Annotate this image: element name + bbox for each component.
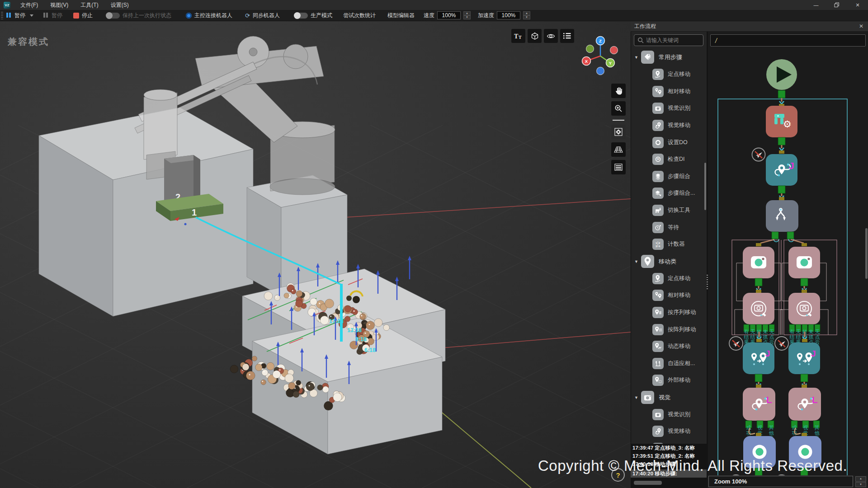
- stop-icon: [73, 13, 79, 19]
- step-item[interactable]: DI 检查DI: [631, 151, 707, 168]
- flow-node-relative-move-right[interactable]: [788, 343, 820, 374]
- chevron-down-icon[interactable]: ▼: [634, 259, 639, 264]
- master-connect-button[interactable]: 主控连接机器人: [186, 12, 232, 19]
- pause-button[interactable]: 暂停: [6, 11, 33, 19]
- log-entry[interactable]: 17:40:18 移动步骤: [631, 460, 707, 468]
- restore-button[interactable]: [826, 0, 847, 10]
- scene-3d[interactable]: 2 1 17:1: [0, 21, 631, 488]
- layers-arrow-icon: [652, 188, 664, 199]
- step-item[interactable]: 步骤组合: [631, 168, 707, 185]
- svg-text:T: T: [514, 33, 519, 40]
- step-item[interactable]: 等待: [631, 219, 707, 236]
- chevron-down-icon[interactable]: ▼: [634, 55, 639, 60]
- step-item[interactable]: 设置DO: [631, 134, 707, 151]
- text-display-button[interactable]: TT: [511, 29, 525, 43]
- fit-view-button[interactable]: [611, 125, 626, 139]
- step-item[interactable]: 相对移动: [631, 83, 707, 100]
- zoom-stepper[interactable]: ▲▼: [855, 476, 866, 487]
- eye-visibility-button[interactable]: [544, 29, 558, 43]
- perspective-grid-button[interactable]: [611, 142, 626, 157]
- cube-view-button[interactable]: [528, 29, 542, 43]
- close-button[interactable]: ✕: [847, 0, 868, 10]
- toolbar-grip[interactable]: [1, 12, 3, 19]
- speed-stepper[interactable]: ▲▼: [463, 11, 471, 19]
- orientation-gizmo[interactable]: Z X Y: [574, 35, 628, 80]
- sync-robot-button[interactable]: ⟳ 同步机器人: [245, 12, 280, 19]
- list-display-button[interactable]: [560, 29, 574, 43]
- step-item[interactable]: 按序列移动: [631, 304, 707, 321]
- menu-item-1[interactable]: 视图(V): [50, 1, 68, 9]
- toggle-off-icon[interactable]: [106, 13, 120, 19]
- flow-node-check-vision-right[interactable]: [788, 293, 820, 324]
- flowchart-panel[interactable]: ⚙ J 有结果无结果超时未抓点无点云 J L成功视觉失败其他失败: [708, 32, 868, 488]
- step-group-2[interactable]: ▼ 视觉: [631, 389, 707, 406]
- accel-input[interactable]: [497, 11, 520, 19]
- no-send-icon[interactable]: [729, 337, 743, 350]
- pan-hand-button[interactable]: [611, 84, 626, 98]
- no-send-icon[interactable]: [775, 337, 788, 350]
- steps-tree: ▼ 常用步骤 定点移动 相对移动 视觉识别 视觉移动 设置DO DI 检查DI …: [631, 49, 707, 444]
- steps-scrollbar[interactable]: [704, 163, 706, 210]
- step-item[interactable]: 视觉识别: [631, 100, 707, 117]
- help-button[interactable]: ?: [611, 468, 625, 482]
- step-group-1[interactable]: ▼ 移动类: [631, 253, 707, 270]
- chevron-down-icon[interactable]: ▼: [634, 395, 639, 400]
- step-item[interactable]: 视觉移动: [631, 423, 707, 440]
- menu-item-2[interactable]: 工具(T): [80, 1, 98, 9]
- step-item[interactable]: 定点移动: [631, 66, 707, 83]
- accel-stepper[interactable]: ▲▼: [523, 11, 530, 19]
- attempt-stats-button[interactable]: 尝试次数统计: [343, 12, 376, 19]
- flow-node-branch[interactable]: [766, 200, 798, 232]
- zoom-level[interactable]: Zoom 100%: [708, 476, 853, 487]
- menu-item-3[interactable]: 设置(S): [111, 1, 129, 9]
- log-entry[interactable]: 17:39:47 定点移动_3: 名称: [631, 444, 707, 452]
- 3d-viewport[interactable]: 2 1 17:1: [0, 21, 631, 488]
- step-item[interactable]: 相对移动: [631, 287, 707, 304]
- pause-secondary-button[interactable]: 暂停: [43, 11, 62, 19]
- step-item[interactable]: 定点移动: [631, 270, 707, 287]
- search-input[interactable]: [646, 37, 699, 43]
- step-item[interactable]: 外部移动: [631, 372, 707, 389]
- layer-list-button[interactable]: [611, 160, 626, 174]
- step-item[interactable]: 按阵列移动: [631, 321, 707, 338]
- flow-node-start[interactable]: [766, 59, 797, 90]
- step-item[interactable]: 步骤组合...: [631, 185, 707, 202]
- zoom-in-button[interactable]: [611, 101, 626, 116]
- svg-text:Z: Z: [599, 38, 602, 43]
- gizmo-neg-z-ball[interactable]: [597, 67, 604, 75]
- minimize-button[interactable]: —: [806, 0, 826, 10]
- pause-dropdown-caret[interactable]: [30, 14, 33, 17]
- step-item[interactable]: 自适应相...: [631, 355, 707, 372]
- step-item[interactable]: 切换工具: [631, 202, 707, 219]
- step-search-box[interactable]: [634, 34, 703, 46]
- speed-input[interactable]: [437, 11, 461, 19]
- model-editor-button[interactable]: 模型编辑器: [387, 12, 415, 19]
- step-item[interactable]: [631, 440, 707, 444]
- gizmo-neg-x-ball[interactable]: [610, 47, 618, 54]
- panel-splitter[interactable]: [707, 32, 708, 488]
- step-item[interactable]: 视觉移动: [631, 117, 707, 134]
- menu-item-0[interactable]: 文件(F): [20, 1, 38, 9]
- step-item[interactable]: 视觉识别: [631, 406, 707, 423]
- flow-breadcrumb-bar[interactable]: /: [710, 34, 866, 47]
- keep-state-toggle[interactable]: 保持上一次执行状态: [106, 12, 171, 19]
- svg-text:2: 2: [659, 241, 660, 244]
- svg-text:无结果: 无结果: [796, 329, 801, 345]
- pin-camera-icon: [652, 426, 664, 437]
- flow-node-check-vision-left[interactable]: [743, 293, 774, 324]
- production-mode-toggle[interactable]: 生产模式: [294, 12, 332, 19]
- step-item[interactable]: 1234 计数器: [631, 236, 707, 253]
- panel-close-icon[interactable]: ✕: [859, 23, 863, 29]
- no-send-icon[interactable]: [752, 148, 765, 161]
- flow-node-relative-move-left[interactable]: [743, 343, 774, 374]
- flowchart-canvas[interactable]: ⚙ J 有结果无结果超时未抓点无点云 J L成功视觉失败其他失败: [708, 32, 868, 488]
- log-entry-selected[interactable]: 17:40:20 移动步骤:: [631, 469, 707, 478]
- toggle-off-icon[interactable]: [294, 13, 308, 19]
- stop-button[interactable]: 停止: [73, 12, 93, 19]
- log-entry[interactable]: 17:39:51 定点移动_2: 名称: [631, 452, 707, 460]
- step-item[interactable]: 动态移动: [631, 338, 707, 355]
- step-group-0[interactable]: ▼ 常用步骤: [631, 49, 707, 66]
- gizmo-neg-y-ball[interactable]: [586, 45, 594, 53]
- flow-scrollbar[interactable]: [865, 228, 868, 279]
- pin-camera-icon: [652, 120, 664, 131]
